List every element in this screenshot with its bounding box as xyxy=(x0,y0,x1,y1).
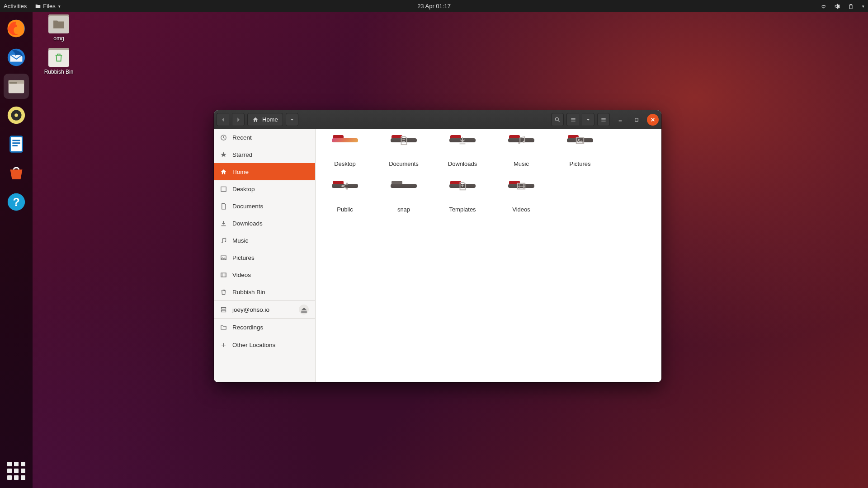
sidebar-recordings[interactable]: Recordings xyxy=(214,319,315,336)
headerbar[interactable]: Home xyxy=(214,110,661,129)
sidebar-item-label: Starred xyxy=(232,151,252,158)
chevron-down-icon xyxy=(585,117,591,123)
system-menu-chevron-icon[interactable]: ▾ xyxy=(862,4,864,9)
svg-point-7 xyxy=(14,113,18,117)
sidebar-webdav[interactable]: joey@ohso.io xyxy=(214,301,315,318)
folder-label: Downloads xyxy=(448,160,477,167)
eject-button[interactable] xyxy=(299,305,309,314)
share-icon xyxy=(340,181,350,191)
view-options-button[interactable] xyxy=(582,113,594,126)
sidebar-videos[interactable]: Videos xyxy=(214,266,315,283)
desktop-rubbish-bin[interactable]: Rubbish Bin xyxy=(36,48,81,75)
templates-icon xyxy=(458,181,467,191)
dock-thunderbird[interactable] xyxy=(4,45,29,70)
desktop-icons: omg Rubbish Bin xyxy=(36,14,81,75)
volume-icon[interactable] xyxy=(834,3,840,9)
svg-rect-23 xyxy=(221,273,226,277)
forward-button[interactable] xyxy=(232,113,245,126)
sidebar-item-label: Pictures xyxy=(232,254,255,261)
dock-rhythmbox[interactable] xyxy=(4,103,29,128)
sidebar-rubbish[interactable]: Rubbish Bin xyxy=(214,283,315,300)
sidebar-music[interactable]: Music xyxy=(214,232,315,249)
sidebar-pictures[interactable]: Pictures xyxy=(214,249,315,266)
folder-downloads[interactable]: Downloads xyxy=(442,135,483,167)
folder-videos[interactable]: Videos xyxy=(501,181,542,213)
folder-snap[interactable]: snap xyxy=(383,181,424,213)
software-icon xyxy=(6,163,27,183)
dock-files[interactable] xyxy=(4,74,29,99)
sidebar: Recent Starred Home Desktop Documents Do… xyxy=(214,129,316,382)
app-menu-label: Files xyxy=(43,3,55,9)
chevron-down-icon: ▾ xyxy=(58,4,61,9)
sidebar-recent[interactable]: Recent xyxy=(214,129,315,146)
svg-rect-8 xyxy=(10,136,23,152)
svg-text:?: ? xyxy=(13,196,19,208)
sidebar-item-label: Downloads xyxy=(232,220,263,227)
sidebar-starred[interactable]: Starred xyxy=(214,146,315,163)
clock-icon xyxy=(220,134,227,141)
folder-documents[interactable]: Documents xyxy=(383,135,424,167)
clock[interactable]: 23 Apr 01:17 xyxy=(417,3,451,9)
minimize-icon xyxy=(618,117,623,122)
svg-point-21 xyxy=(225,241,226,242)
help-icon: ? xyxy=(6,192,27,212)
folder-icon xyxy=(35,3,41,9)
svg-rect-19 xyxy=(221,187,226,191)
hamburger-button[interactable] xyxy=(597,113,610,126)
folder-icon xyxy=(48,14,69,33)
path-dropdown-button[interactable] xyxy=(286,113,298,126)
star-icon xyxy=(220,151,227,158)
sidebar-item-label: Other Locations xyxy=(232,342,275,348)
sidebar-desktop[interactable]: Desktop xyxy=(214,180,315,197)
svg-rect-11 xyxy=(12,142,20,144)
folder-music[interactable]: Music xyxy=(501,135,542,167)
sidebar-item-label: Music xyxy=(232,237,248,244)
folder-label: Music xyxy=(514,160,529,167)
sidebar-home[interactable]: Home xyxy=(214,163,315,180)
folder-pictures[interactable]: Pictures xyxy=(560,135,600,167)
folder-desktop[interactable]: Desktop xyxy=(325,135,365,167)
list-view-button[interactable] xyxy=(566,113,579,126)
sidebar-documents[interactable]: Documents xyxy=(214,197,315,215)
sidebar-other-locations[interactable]: Other Locations xyxy=(214,336,315,353)
back-button[interactable] xyxy=(217,113,229,126)
battery-icon[interactable] xyxy=(848,3,854,9)
maximize-button[interactable] xyxy=(631,114,642,126)
svg-rect-17 xyxy=(635,118,638,121)
folder-public[interactable]: Public xyxy=(325,181,365,213)
download-icon xyxy=(220,220,227,227)
list-icon xyxy=(570,117,576,123)
pictures-icon xyxy=(220,254,227,261)
writer-icon xyxy=(6,134,27,155)
desktop-icon xyxy=(220,186,227,192)
sidebar-downloads[interactable]: Downloads xyxy=(214,215,315,232)
minimize-button[interactable] xyxy=(614,114,626,126)
folder-label: Pictures xyxy=(570,160,591,167)
activities-button[interactable]: Activities xyxy=(4,3,27,9)
sidebar-item-label: joey@ohso.io xyxy=(232,306,269,313)
svg-rect-16 xyxy=(619,120,622,121)
trash-icon xyxy=(220,289,227,296)
folder-templates[interactable]: Templates xyxy=(442,181,483,213)
document-icon xyxy=(220,203,227,210)
svg-point-27 xyxy=(523,141,525,143)
path-bar[interactable]: Home xyxy=(247,113,283,126)
app-menu[interactable]: Files ▾ xyxy=(35,3,60,9)
dock-software[interactable] xyxy=(4,160,29,186)
network-icon[interactable] xyxy=(821,3,827,9)
folder-view[interactable]: Desktop Documents Downloads Music Pictur… xyxy=(316,129,661,382)
dock-writer[interactable] xyxy=(4,131,29,157)
apps-grid-icon xyxy=(7,462,25,480)
dock-firefox[interactable] xyxy=(4,16,29,41)
folder-label: Videos xyxy=(512,206,530,213)
download-icon xyxy=(458,136,467,145)
folder-label: snap xyxy=(397,206,410,213)
dock-help[interactable]: ? xyxy=(4,189,29,215)
search-button[interactable] xyxy=(551,113,564,126)
top-bar: Activities Files ▾ 23 Apr 01:17 ▾ xyxy=(0,0,868,12)
close-button[interactable] xyxy=(647,114,659,126)
dock-show-apps[interactable] xyxy=(4,458,29,483)
svg-rect-12 xyxy=(12,145,18,146)
desktop-folder-omg[interactable]: omg xyxy=(36,14,81,42)
chevron-left-icon xyxy=(220,117,226,123)
